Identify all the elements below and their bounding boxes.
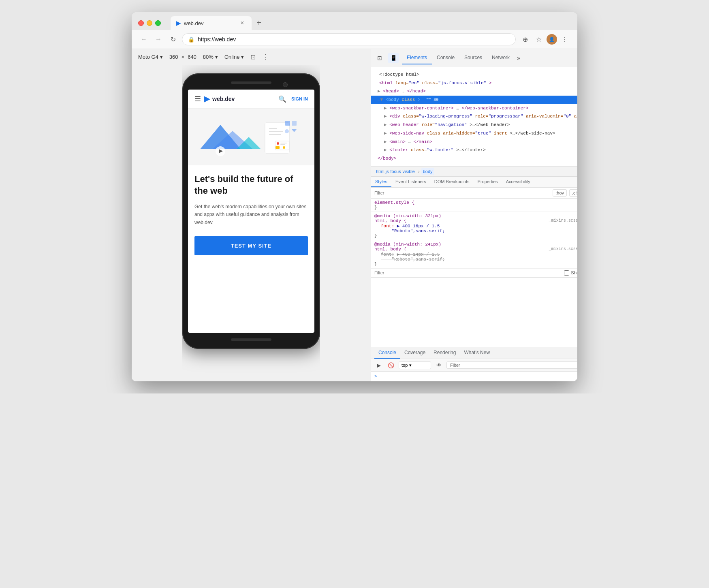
dom-inspector: <!doctype html> <html lang="en" class="j…: [371, 67, 577, 167]
dom-line-snackbar[interactable]: ▶ <web-snackbar-container> … </web-snack…: [371, 104, 577, 113]
page-heading: Let's build the future of the web: [194, 173, 308, 197]
add-bookmark-button[interactable]: ⊕: [519, 33, 531, 45]
footer-class-attr: class=: [411, 148, 427, 152]
console-tab-rendering[interactable]: Rendering: [429, 347, 460, 359]
media2-close: }: [374, 262, 377, 267]
head-tag: <head>: [383, 89, 399, 94]
expand-icon: ▶: [378, 89, 383, 94]
maximize-traffic-light[interactable]: [155, 20, 161, 26]
device-selector[interactable]: Moto G4 ▾: [138, 54, 163, 60]
title-bar: ▶ web.dev × +: [132, 12, 577, 30]
cls-toggle[interactable]: .cls: [569, 189, 577, 197]
subtab-dom-breakpoints[interactable]: DOM Breakpoints: [430, 177, 474, 187]
dom-line-footer[interactable]: ▶ <footer class="w-footer" >…</footer>: [371, 146, 577, 154]
device-toolbar: Moto G4 ▾ 360 × 640 80% ▾ Online ▾ ⊡ ⋮: [132, 49, 371, 65]
console-filter-icon[interactable]: 🚫: [387, 361, 395, 370]
svg-rect-12: [275, 146, 280, 149]
console-tab-console[interactable]: Console: [374, 347, 400, 359]
dom-selected-badge: == $0: [426, 98, 438, 102]
dom-line-head[interactable]: ▶ <head> … </head>: [371, 87, 577, 96]
console-filter-input[interactable]: [446, 361, 577, 369]
tab-sources[interactable]: Sources: [459, 51, 487, 64]
site-logo: ▶ web.dev: [204, 94, 235, 103]
tab-close-button[interactable]: ×: [239, 19, 246, 27]
html-lang-value: "en": [409, 81, 419, 86]
console-tab-coverage[interactable]: Coverage: [400, 347, 429, 359]
responsive-icon[interactable]: ⊡: [250, 53, 256, 61]
dom-line-header[interactable]: ▶ <web-header role="navigation" >…</web-…: [371, 121, 577, 129]
network-selector[interactable]: Online ▾: [224, 54, 244, 60]
subtab-event-listeners[interactable]: Event Listeners: [391, 177, 430, 187]
sidenav-expand: ▶: [384, 131, 389, 136]
console-clear-button[interactable]: ▶: [374, 361, 383, 370]
footer-expand: ▶: [384, 148, 389, 152]
snackbar-close-tag: </web-snackbar-container>: [462, 106, 529, 111]
subtab-properties[interactable]: Properties: [474, 177, 502, 187]
media1-close: }: [374, 233, 377, 238]
dom-line-main[interactable]: ▶ <main> … </main>: [371, 138, 577, 146]
minimize-traffic-light[interactable]: [147, 20, 152, 26]
tab-console[interactable]: Console: [432, 51, 459, 64]
console-tab-whatsnew[interactable]: What's New: [460, 347, 494, 359]
new-tab-button[interactable]: +: [253, 17, 265, 28]
phone-device: ☰ ▶ web.dev 🔍 SIGN IN: [182, 73, 320, 349]
subtab-styles[interactable]: Styles: [371, 177, 391, 187]
hamburger-menu-icon[interactable]: ☰: [194, 94, 201, 103]
main-content: Moto G4 ▾ 360 × 640 80% ▾ Online ▾ ⊡ ⋮: [132, 49, 577, 381]
more-options-icon[interactable]: ⋮: [262, 53, 269, 61]
dom-line-body-close[interactable]: </body>: [371, 154, 577, 163]
bookmark-button[interactable]: ☆: [533, 33, 545, 45]
dom-line-div[interactable]: ▶ <div class="w-loading-progress" role="…: [371, 112, 577, 121]
dom-line-body[interactable]: …▼ <body class > == $0: [371, 96, 577, 104]
address-bar[interactable]: 🔒 https://web.dev: [182, 33, 516, 45]
device-mode-button[interactable]: 📱: [388, 53, 399, 63]
subtab-accessibility[interactable]: Accessibility: [502, 177, 534, 187]
viewport-area: Moto G4 ▾ 360 × 640 80% ▾ Online ▾ ⊡ ⋮: [132, 49, 371, 381]
html-class-value: "js-focus-visible": [438, 81, 486, 86]
right-filter-input[interactable]: [374, 270, 561, 275]
more-tabs-button[interactable]: »: [515, 51, 523, 64]
search-icon[interactable]: 🔍: [278, 95, 286, 103]
console-context-selector[interactable]: top ▾: [399, 361, 431, 369]
zoom-dropdown-icon: ▾: [215, 54, 218, 60]
div-aria-max-attr: aria-valuemax=: [574, 114, 577, 119]
console-prompt[interactable]: >: [374, 374, 377, 379]
sign-in-button[interactable]: SIGN IN: [291, 96, 308, 101]
font-prop-value: ▶ 400 16px / 1.5: [397, 224, 440, 229]
font-property-1: font: ▶ 400 16px / 1.5: [374, 223, 577, 229]
show-all-checkbox[interactable]: [564, 270, 569, 276]
styles-filter-input[interactable]: [374, 190, 550, 195]
reload-button[interactable]: ↻: [167, 34, 179, 45]
breadcrumb-html[interactable]: html.js-focus-visible: [374, 168, 416, 175]
dom-line-html[interactable]: <html lang="en" class="js-focus-visible"…: [371, 79, 577, 88]
forward-button[interactable]: →: [153, 34, 164, 45]
tab-elements[interactable]: Elements: [402, 51, 432, 64]
dom-line-sidenav[interactable]: ▶ <web-side-nav class aria-hidden="true"…: [371, 129, 577, 138]
browser-tab[interactable]: ▶ web.dev ×: [171, 16, 252, 30]
css-link-2[interactable]: _mixins.scss:123: [549, 247, 577, 251]
css-link-1[interactable]: _mixins.scss:123: [549, 218, 577, 223]
close-traffic-light[interactable]: [138, 20, 144, 26]
cta-button[interactable]: TEST MY SITE: [194, 236, 308, 255]
tab-network[interactable]: Network: [487, 51, 515, 64]
right-filter-bar: Show all: [371, 269, 577, 278]
profile-button[interactable]: 👤: [547, 34, 557, 45]
breadcrumb-body[interactable]: body: [421, 168, 434, 175]
media-query-1: @media (min-width: 321px): [374, 214, 441, 218]
zoom-selector[interactable]: 80% ▾: [203, 54, 218, 60]
body-expand: …▼: [378, 97, 383, 102]
context-dropdown-icon: ▾: [409, 363, 412, 368]
hov-toggle[interactable]: :hov: [553, 189, 567, 197]
site-name: web.dev: [212, 96, 235, 102]
select-element-button[interactable]: ⊡: [374, 53, 385, 63]
font-property-2: font: ▶ 400 14px / 1.5: [374, 252, 577, 257]
head-ellipsis: …: [401, 89, 404, 94]
svg-rect-10: [280, 143, 287, 143]
header-role-attr: role=: [421, 122, 435, 127]
more-options-button[interactable]: ⋮: [559, 33, 571, 45]
dom-line-doctype[interactable]: <!doctype html>: [371, 71, 577, 79]
element-style-close: }: [374, 205, 377, 210]
network-dropdown-icon: ▾: [241, 54, 244, 60]
back-button[interactable]: ←: [138, 34, 149, 45]
console-eye-button[interactable]: 👁: [434, 361, 443, 370]
